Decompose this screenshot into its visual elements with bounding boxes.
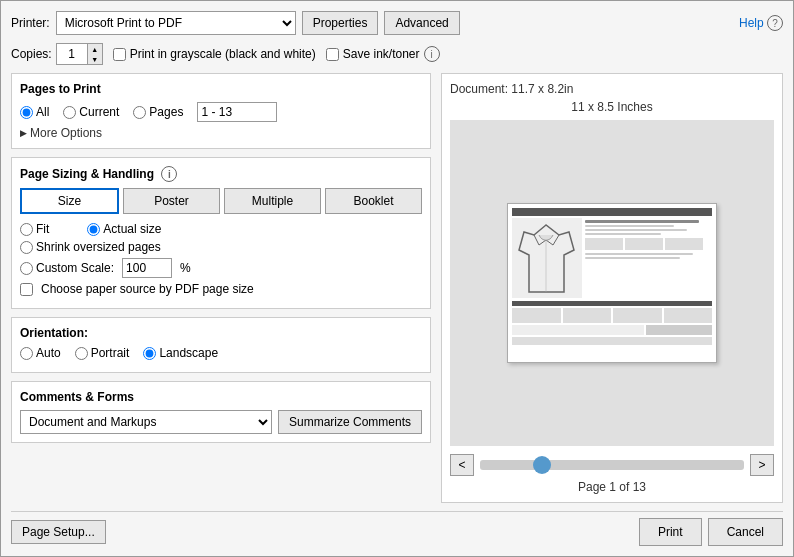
next-page-button[interactable]: > [750, 454, 774, 476]
pages-to-print-section: Pages to Print All Current Pages [11, 73, 431, 149]
auto-label: Auto [36, 346, 61, 360]
copies-input-wrap: ▲ ▼ [56, 43, 103, 65]
fit-radio[interactable] [20, 223, 33, 236]
multiple-button[interactable]: Multiple [224, 188, 321, 214]
nav-bar: < > [450, 454, 774, 476]
page-size-label: 11 x 8.5 Inches [450, 100, 774, 114]
fit-radio-item: Fit [20, 222, 49, 236]
bottom-bar: Page Setup... Print Cancel [11, 511, 783, 546]
comments-section: Comments & Forms Document and Markups Su… [11, 381, 431, 443]
more-options-toggle[interactable]: ▶ More Options [20, 126, 422, 140]
comments-title: Comments & Forms [20, 390, 422, 404]
jacket-svg [514, 220, 579, 295]
page-label: Page 1 of 13 [450, 480, 774, 494]
booklet-button[interactable]: Booklet [325, 188, 422, 214]
landscape-radio[interactable] [143, 347, 156, 360]
second-row: Copies: ▲ ▼ Print in grayscale (black an… [11, 43, 783, 65]
main-content: Pages to Print All Current Pages [11, 73, 783, 503]
help-link[interactable]: Help ? [739, 15, 783, 31]
page-setup-button[interactable]: Page Setup... [11, 520, 106, 544]
landscape-label: Landscape [159, 346, 218, 360]
copies-group: Copies: ▲ ▼ [11, 43, 103, 65]
top-bar: Printer: Microsoft Print to PDF Properti… [11, 11, 783, 35]
shrink-radio[interactable] [20, 241, 33, 254]
fit-actual-row: Fit Actual size [20, 222, 422, 236]
copies-input[interactable] [57, 44, 87, 64]
custom-scale-input[interactable] [122, 258, 172, 278]
copies-down-button[interactable]: ▼ [88, 54, 102, 64]
right-panel: Document: 11.7 x 8.2in 11 x 8.5 Inches [441, 73, 783, 503]
pages-label: Pages [149, 105, 183, 119]
paper-source-checkbox[interactable] [20, 283, 33, 296]
current-label: Current [79, 105, 119, 119]
cancel-button[interactable]: Cancel [708, 518, 783, 546]
preview-area [450, 120, 774, 446]
copies-label: Copies: [11, 47, 52, 61]
current-radio[interactable] [63, 106, 76, 119]
footer-buttons: Print Cancel [639, 518, 783, 546]
auto-radio-item: Auto [20, 346, 61, 360]
pages-radio[interactable] [133, 106, 146, 119]
poster-button[interactable]: Poster [123, 188, 220, 214]
landscape-radio-item: Landscape [143, 346, 218, 360]
portrait-radio-item: Portrait [75, 346, 130, 360]
custom-scale-row: Custom Scale: % [20, 258, 422, 278]
page-preview [507, 203, 717, 363]
pages-radio-item: Pages [133, 105, 183, 119]
shrink-label: Shrink oversized pages [36, 240, 161, 254]
prev-page-button[interactable]: < [450, 454, 474, 476]
custom-scale-label: Custom Scale: [36, 261, 114, 275]
page-slider[interactable] [480, 460, 744, 470]
all-radio-item: All [20, 105, 49, 119]
pages-radio-group: All Current Pages [20, 102, 422, 122]
printer-label: Printer: [11, 16, 50, 30]
orientation-title: Orientation: [20, 326, 422, 340]
copies-up-button[interactable]: ▲ [88, 44, 102, 54]
actual-size-radio[interactable] [87, 223, 100, 236]
sizing-buttons-group: Size Poster Multiple Booklet [20, 188, 422, 214]
size-button[interactable]: Size [20, 188, 119, 214]
save-ink-label: Save ink/toner [343, 47, 420, 61]
fit-label: Fit [36, 222, 49, 236]
custom-scale-radio[interactable] [20, 262, 33, 275]
actual-size-radio-item: Actual size [87, 222, 161, 236]
custom-scale-radio-item: Custom Scale: [20, 261, 114, 275]
orientation-radio-group: Auto Portrait Landscape [20, 346, 422, 360]
shrink-radio-item: Shrink oversized pages [20, 240, 161, 254]
slider-thumb[interactable] [533, 456, 551, 474]
all-radio[interactable] [20, 106, 33, 119]
print-button[interactable]: Print [639, 518, 702, 546]
shrink-row: Shrink oversized pages [20, 240, 422, 254]
orientation-section: Orientation: Auto Portrait Landscape [11, 317, 431, 373]
summarize-comments-button[interactable]: Summarize Comments [278, 410, 422, 434]
more-options-triangle-icon: ▶ [20, 128, 27, 138]
document-info: Document: 11.7 x 8.2in [450, 82, 774, 96]
preview-header-bar [512, 208, 712, 216]
pages-section-title: Pages to Print [20, 82, 422, 96]
printer-select[interactable]: Microsoft Print to PDF [56, 11, 296, 35]
sizing-info-icon[interactable]: i [161, 166, 177, 182]
comments-row: Document and Markups Summarize Comments [20, 410, 422, 434]
actual-size-label: Actual size [103, 222, 161, 236]
comments-select[interactable]: Document and Markups [20, 410, 272, 434]
copies-spinner: ▲ ▼ [87, 44, 102, 64]
save-ink-group: Save ink/toner i [326, 46, 440, 62]
grayscale-group: Print in grayscale (black and white) [113, 47, 316, 61]
properties-button[interactable]: Properties [302, 11, 379, 35]
more-options-label: More Options [30, 126, 102, 140]
left-panel: Pages to Print All Current Pages [11, 73, 431, 503]
current-radio-item: Current [63, 105, 119, 119]
auto-radio[interactable] [20, 347, 33, 360]
portrait-radio[interactable] [75, 347, 88, 360]
print-dialog: Printer: Microsoft Print to PDF Properti… [0, 0, 794, 557]
scale-percent-label: % [180, 261, 191, 275]
help-icon: ? [767, 15, 783, 31]
paper-source-label: Choose paper source by PDF page size [41, 282, 254, 296]
save-ink-info-icon[interactable]: i [424, 46, 440, 62]
advanced-button[interactable]: Advanced [384, 11, 459, 35]
grayscale-checkbox[interactable] [113, 48, 126, 61]
grayscale-label: Print in grayscale (black and white) [130, 47, 316, 61]
save-ink-checkbox[interactable] [326, 48, 339, 61]
pages-range-input[interactable] [197, 102, 277, 122]
sizing-section-title: Page Sizing & Handling i [20, 166, 422, 182]
